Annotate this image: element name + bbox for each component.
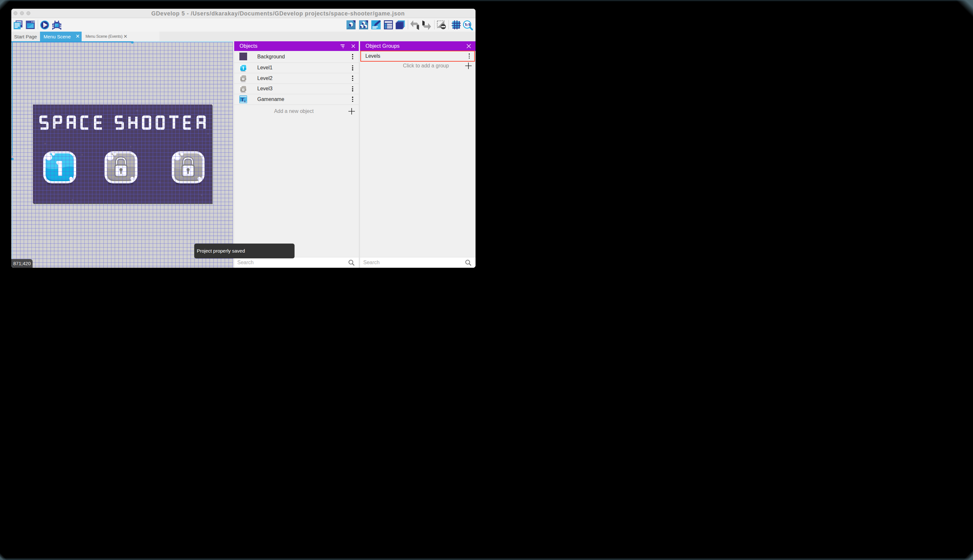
svg-text:x: x	[244, 100, 245, 103]
